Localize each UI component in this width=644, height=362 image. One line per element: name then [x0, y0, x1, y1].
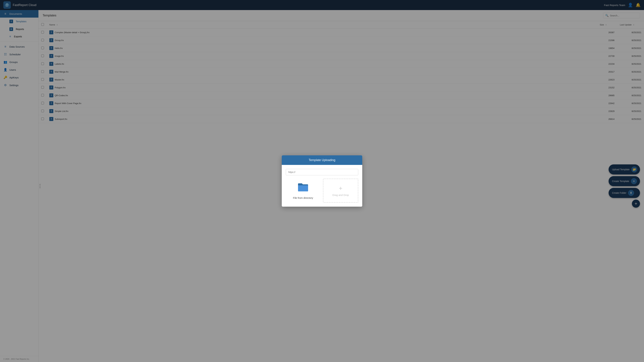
url-input[interactable] — [286, 169, 358, 175]
modal-title: Template Uploading — [308, 158, 335, 162]
modal-overlay[interactable]: Template Uploading File from directory + — [0, 0, 644, 362]
drag-drop-option[interactable]: + Drag and Drop — [323, 179, 358, 203]
file-from-dir-label: File from directory — [293, 196, 313, 199]
modal-body: File from directory + Drag and Drop — [282, 165, 362, 207]
modal-header: Template Uploading — [282, 155, 362, 165]
upload-options: File from directory + Drag and Drop — [286, 179, 358, 203]
drag-drop-label: Drag and Drop — [332, 194, 349, 196]
upload-modal: Template Uploading File from directory + — [282, 155, 362, 207]
drop-plus-icon: + — [339, 185, 342, 192]
folder-icon — [297, 182, 309, 194]
file-from-dir-option[interactable]: File from directory — [286, 179, 320, 203]
